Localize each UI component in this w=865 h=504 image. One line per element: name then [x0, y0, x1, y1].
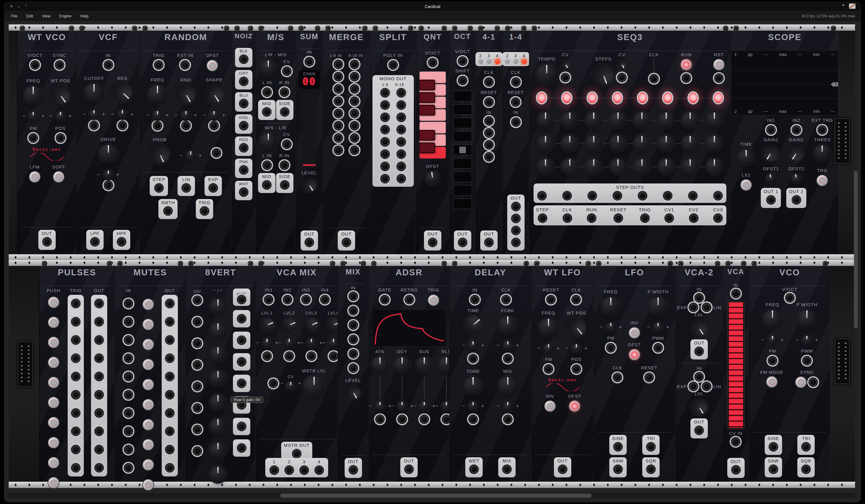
- mid-out-port[interactable]: [264, 109, 269, 115]
- mute-button[interactable]: [143, 419, 153, 430]
- cv3-step-knob[interactable]: [537, 158, 554, 175]
- gate-port[interactable]: [382, 297, 388, 302]
- mute-button[interactable]: [143, 459, 153, 470]
- atk-trim[interactable]: [375, 401, 385, 411]
- vert-gain-knob[interactable]: [210, 322, 226, 339]
- mono-out-port[interactable]: [399, 115, 404, 120]
- reset-port[interactable]: [548, 297, 554, 302]
- merge-in-port[interactable]: [352, 74, 357, 79]
- pos-input-port[interactable]: [58, 135, 63, 141]
- mix-trim[interactable]: [503, 401, 512, 411]
- thres-knob[interactable]: [814, 144, 831, 161]
- clk-port[interactable]: [573, 297, 579, 302]
- mute-in-port[interactable]: [126, 301, 131, 306]
- wet-out-port[interactable]: [471, 467, 477, 472]
- step-led-lit[interactable]: [612, 91, 623, 104]
- ofst-button[interactable]: [207, 60, 218, 71]
- octave-cell[interactable]: [453, 104, 472, 115]
- in2-port[interactable]: [794, 127, 799, 132]
- tempo-cv-port[interactable]: [563, 75, 568, 80]
- menu-edit[interactable]: Edit: [26, 14, 33, 18]
- mix-in-port[interactable]: [350, 308, 356, 313]
- freq-cv-port[interactable]: [155, 123, 160, 128]
- voct-input-port[interactable]: [430, 60, 435, 65]
- step-out-port[interactable]: [665, 193, 670, 198]
- fm-port[interactable]: [770, 358, 775, 363]
- in-port[interactable]: [486, 154, 492, 160]
- step-led-lit[interactable]: [713, 91, 724, 104]
- run-button-lit[interactable]: [681, 59, 692, 70]
- vert-in-port[interactable]: [195, 448, 200, 454]
- drive-knob[interactable]: [99, 144, 118, 163]
- saw-out-port[interactable]: [771, 467, 776, 472]
- mute-in-port[interactable]: [126, 337, 131, 343]
- cv1-step-knob[interactable]: [610, 112, 626, 128]
- rls-cv-port[interactable]: [444, 417, 449, 422]
- out-port-2[interactable]: [696, 428, 702, 433]
- module-pulses[interactable]: PULSES PUSH TRIG OUT: [39, 266, 115, 482]
- in-port[interactable]: [307, 59, 312, 65]
- sync-input-port[interactable]: [57, 62, 62, 68]
- time-cv-port[interactable]: [470, 356, 476, 361]
- mix-cv-port[interactable]: [505, 417, 510, 422]
- vert-in-port[interactable]: [195, 405, 200, 411]
- pulse-out-port[interactable]: [96, 447, 102, 452]
- clk-port[interactable]: [503, 297, 509, 302]
- step-jack-port[interactable]: [540, 215, 545, 221]
- black-key[interactable]: [419, 142, 435, 153]
- mute-in-port[interactable]: [126, 319, 131, 325]
- merge-in-port[interactable]: [352, 123, 357, 128]
- mono-out-port[interactable]: [399, 176, 404, 181]
- sine-out-port[interactable]: [771, 444, 776, 449]
- cv2-step-knob[interactable]: [562, 135, 578, 152]
- mono-out-port[interactable]: [399, 90, 404, 95]
- pulse-out-port[interactable]: [96, 410, 102, 416]
- cutoff-knob[interactable]: [84, 83, 104, 102]
- freq-knob[interactable]: [148, 85, 167, 104]
- mstr-cv-trim[interactable]: [286, 381, 296, 391]
- cv2-step-knob[interactable]: [634, 135, 650, 152]
- step-out-port[interactable]: [590, 193, 595, 198]
- lin-out-port[interactable]: [184, 185, 189, 191]
- out1-port[interactable]: [768, 197, 774, 203]
- vert-gain-knob[interactable]: [210, 394, 226, 411]
- module-8vert[interactable]: 8VERT 10V − | + OUT: [186, 266, 256, 482]
- push-button[interactable]: [48, 437, 59, 448]
- smth-out-port[interactable]: [165, 208, 171, 214]
- trig-in-port[interactable]: [73, 447, 79, 452]
- sel-3-led[interactable]: [513, 59, 518, 64]
- vert-out-port[interactable]: [239, 424, 244, 429]
- mono-out-port[interactable]: [382, 102, 388, 108]
- push-button[interactable]: [48, 477, 59, 488]
- mute-out-port[interactable]: [167, 319, 172, 325]
- sus-knob[interactable]: [416, 356, 432, 373]
- pwm-port[interactable]: [655, 345, 661, 350]
- mono-out-port[interactable]: [399, 164, 404, 169]
- merge-in-port[interactable]: [352, 135, 357, 141]
- drive-cv-port[interactable]: [106, 183, 111, 188]
- res-knob[interactable]: [109, 79, 136, 106]
- r-in-port[interactable]: [282, 90, 287, 95]
- clk-port[interactable]: [513, 79, 519, 85]
- lvl3-trim[interactable]: [307, 338, 316, 348]
- cv2-step-knob[interactable]: [682, 135, 699, 152]
- merge-in-port[interactable]: [336, 86, 341, 92]
- mono-out-port[interactable]: [399, 102, 404, 108]
- pulse-out-port[interactable]: [96, 355, 102, 361]
- mono-out-port[interactable]: [382, 127, 388, 132]
- saw-out-port[interactable]: [615, 467, 621, 472]
- pnk-out-port[interactable]: [241, 167, 246, 173]
- tone-knob[interactable]: [463, 376, 483, 395]
- rnd-cv-port[interactable]: [183, 123, 189, 128]
- pwm-trim[interactable]: [653, 322, 663, 332]
- vert-gain-knob[interactable]: [210, 466, 226, 483]
- voct-input-port[interactable]: [460, 58, 465, 64]
- time-knob[interactable]: [738, 149, 754, 166]
- step-led-lit[interactable]: [662, 91, 673, 104]
- mono-out-port[interactable]: [399, 127, 404, 132]
- inv-button[interactable]: [545, 401, 555, 411]
- blk-out-port[interactable]: [241, 57, 246, 62]
- out-port[interactable]: [307, 240, 312, 245]
- mute-button[interactable]: [143, 399, 153, 410]
- poly-in-port[interactable]: [390, 62, 396, 68]
